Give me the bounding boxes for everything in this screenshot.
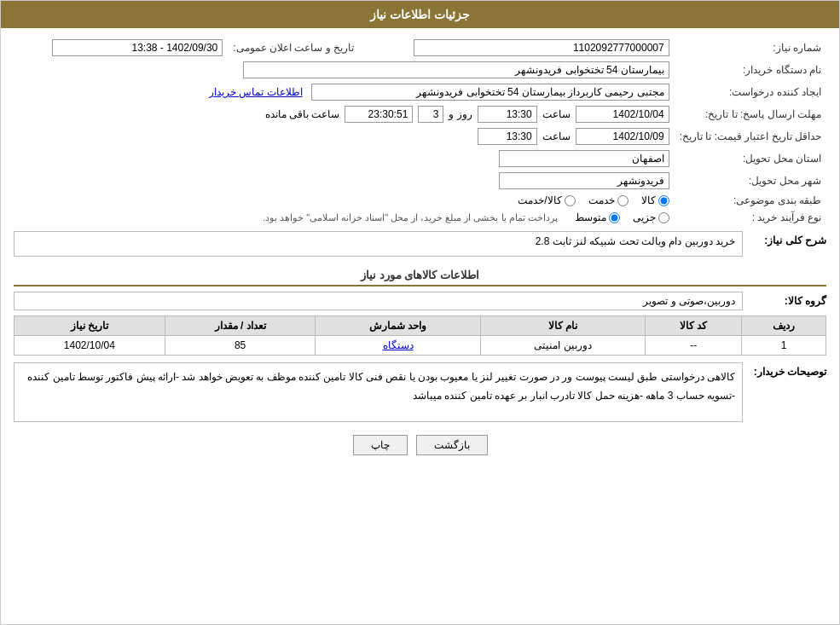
radio-motovaset[interactable] [609,212,620,223]
radio-motovaset-item: متوسط [575,211,620,223]
cell-nam-kala: دوربین امنیتی [480,336,645,356]
col-header-tarikh: تاریخ نیاز [14,316,165,336]
nam-dastgah-value: بیمارستان 54 تختخوابی فریدونشهر [243,61,669,78]
radio-jozii-label: جزیی [633,211,656,223]
hadaqal-tarikh-label: حداقل تاریخ اعتبار قیمت: تا تاریخ: [675,125,826,148]
sharh-row: شرح کلی نیاز: خرید دوربین دام وبالت تحت … [14,231,826,257]
radio-kala[interactable] [658,195,669,206]
radio-khedmat-item: خدمت [588,194,629,206]
page-header: جزئیات اطلاعات نیاز [1,1,839,28]
cell-tedad: 85 [165,336,316,356]
sharh-value: خرید دوربین دام وبالت تحت شبیکه لنز ثابت… [14,231,743,257]
ettelaat-tamas-link[interactable]: اطلاعات تماس خریدار [209,86,303,98]
col-header-kod-kala: کد کالا [646,316,742,336]
shahr-label: شهر محل تحویل: [675,170,826,192]
tosih-label: توصیحات خریدار: [750,362,826,378]
cell-radif: 1 [742,336,826,356]
col-header-nam-kala: نام کالا [480,316,645,336]
nam-dastgah-label: نام دستگاه خریدار: [675,59,826,81]
cell-kod-kala: -- [646,336,742,356]
ijad-konnande-value: مجتبی رحیمی کاربرداز بیمارستان 54 تختخوا… [311,84,669,101]
button-row: بازگشت چاپ [14,435,826,455]
radio-kala-label: کالا [641,194,656,206]
group-kala-value: دوربین،صوتی و تصویر [14,292,743,310]
ostan-label: استان محل تحویل: [675,148,826,170]
col-header-radif: ردیف [742,316,826,336]
shomare-niaz-label: شماره نیاز: [675,37,826,59]
mohlat-ersale-label: مهلت ارسال پاسخ: تا تاریخ: [675,103,826,125]
mohlat-saat-value: 13:30 [478,106,537,123]
hadaqal-date-value: 1402/10/09 [576,128,669,145]
hadaqal-saat-value: 13:30 [478,128,537,145]
group-kala-label: گروه کالا: [750,295,826,307]
btn-chap[interactable]: چاپ [353,435,408,455]
tosih-value: کالاهی درخواستی طبق لیست پیوست ور در صور… [14,362,743,422]
page-title: جزئیات اطلاعات نیاز [370,8,470,21]
ijad-konnande-label: ایجاد کننده درخواست: [675,81,826,103]
saat-label-2: ساعت [542,130,571,142]
radio-jozii-item: جزیی [633,211,669,223]
radio-khedmat[interactable] [617,195,629,206]
tarikh-elan-value: 1402/09/30 - 13:38 [52,39,223,56]
mohlat-date-value: 1402/10/04 [576,106,669,123]
radio-motovaset-label: متوسط [575,211,606,223]
mohlat-baghimande-value: 23:30:51 [345,106,413,123]
tabaqeh-label: طبقه بندی موضوعی: [675,192,826,209]
col-header-tedad: تعداد / مقدار [165,316,316,336]
tosih-row: توصیحات خریدار: کالاهی درخواستی طبق لیست… [14,362,826,422]
kalahas-title: اطلاعات کالاهای مورد نیاز [14,265,826,286]
table-row: 1--دوربین امنیتیدستگاه851402/10/04 [14,336,826,356]
noe-farayand-label: نوع فرآیند خرید : [675,209,826,226]
baghimande-label: ساعت باقی مانده [265,108,340,120]
shomare-niaz-value: 1102092777000007 [414,39,669,56]
group-kala-row: گروه کالا: دوربین،صوتی و تصویر [14,292,826,310]
ostan-value: اصفهان [499,150,669,167]
page-wrapper: جزئیات اطلاعات نیاز شماره نیاز: 11020927… [0,0,840,625]
mohlat-rooz-value: 3 [418,106,443,123]
goods-table: ردیف کد کالا نام کالا واحد شمارش تعداد /… [14,315,826,356]
radio-khedmat-label: خدمت [588,194,615,206]
content-area: شماره نیاز: 1102092777000007 تاریخ و ساع… [1,28,839,472]
radio-kala-khedmat-item: کالا/خدمت [518,194,575,206]
tarikh-elan-label: تاریخ و ساعت اعلان عمومی: [228,37,359,59]
noe-farayand-note: پرداخت تمام یا بخشی از مبلغ خرید، از محل… [263,212,558,223]
sharh-label: شرح کلی نیاز: [750,231,826,246]
cell-vahed[interactable]: دستگاه [316,336,480,356]
btn-bazgasht[interactable]: بازگشت [416,435,488,455]
col-header-vahed: واحد شمارش [316,316,480,336]
radio-kala-khedmat-label: کالا/خدمت [518,194,561,206]
rooz-label: روز و [449,108,472,120]
radio-kala-khedmat[interactable] [565,195,576,206]
cell-tarikh: 1402/10/04 [14,336,165,356]
shahr-value: فریدونشهر [499,172,669,189]
saat-label-1: ساعت [542,108,571,120]
radio-kala-item: کالا [641,194,669,206]
info-table: شماره نیاز: 1102092777000007 تاریخ و ساع… [14,37,826,226]
radio-jozii[interactable] [658,212,669,223]
